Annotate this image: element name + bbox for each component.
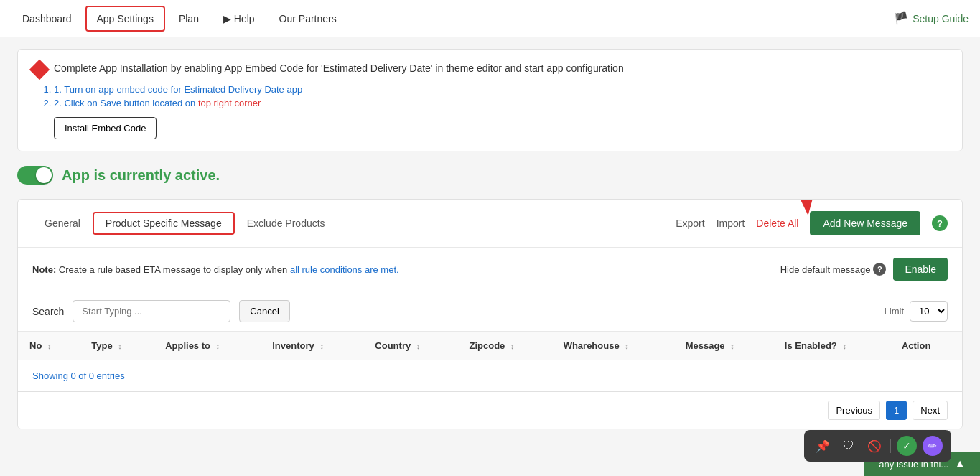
add-new-message-button[interactable]: Add New Message bbox=[810, 211, 920, 235]
tab-section: General Product Specific Message Exclude… bbox=[17, 199, 963, 429]
col-zipcode-sort[interactable]: ↕ bbox=[510, 342, 515, 350]
limit-label: Limit bbox=[885, 306, 904, 317]
col-is-enabled[interactable]: Is Enabled? ↕ bbox=[773, 332, 890, 360]
popup-check-icon[interactable]: ✓ bbox=[897, 436, 917, 441]
col-inventory-sort[interactable]: ↕ bbox=[319, 342, 324, 350]
hide-default-label: Hide default message bbox=[780, 264, 871, 275]
tab-product-specific-message[interactable]: Product Specific Message bbox=[93, 212, 235, 235]
col-type-label: Type bbox=[91, 340, 112, 351]
col-type-sort[interactable]: ↕ bbox=[118, 342, 122, 350]
col-applies-to[interactable]: Applies to ↕ bbox=[154, 332, 261, 360]
alert-step-1[interactable]: 1. Turn on app embed code for Estimated … bbox=[54, 84, 948, 95]
pin-icon[interactable]: 📌 bbox=[813, 436, 833, 441]
app-active-toggle[interactable] bbox=[17, 166, 53, 185]
alert-box: Complete App Installation by enabling Ap… bbox=[17, 49, 963, 151]
col-warehouse[interactable]: Wharehouse ↕ bbox=[552, 332, 674, 360]
nav-dashboard[interactable]: Dashboard bbox=[11, 6, 83, 31]
search-left: Search Cancel bbox=[32, 300, 290, 322]
nav-our-partners[interactable]: Our Partners bbox=[269, 6, 347, 31]
col-applies-to-sort[interactable]: ↕ bbox=[216, 342, 220, 350]
col-type[interactable]: Type ↕ bbox=[80, 332, 154, 360]
search-right: Limit 10 25 50 bbox=[885, 301, 948, 322]
setup-guide-label: Setup Guide bbox=[913, 13, 969, 24]
table-header-row: No ↕ Type ↕ Applies to ↕ Inventory bbox=[18, 332, 962, 360]
hide-default-message: Hide default message ? bbox=[780, 263, 887, 276]
tab-actions: Export Import Delete All Add New Message… bbox=[676, 211, 948, 235]
tab-general[interactable]: General bbox=[32, 213, 93, 234]
bottom-popup: 📌 🛡 🚫 ✓ ✏ bbox=[804, 430, 951, 441]
search-section: Search Cancel Limit 10 25 50 bbox=[18, 291, 962, 332]
col-is-enabled-sort[interactable]: ↕ bbox=[842, 342, 846, 350]
col-applies-to-label: Applies to bbox=[165, 340, 210, 351]
previous-page-button[interactable]: Previous bbox=[828, 401, 880, 420]
setup-guide-link[interactable]: 🏴 Setup Guide bbox=[894, 11, 969, 25]
col-action: Action bbox=[890, 332, 962, 360]
next-page-button[interactable]: Next bbox=[913, 401, 948, 420]
popup-edit-icon[interactable]: ✏ bbox=[923, 436, 943, 441]
warning-icon bbox=[29, 60, 50, 80]
col-zipcode[interactable]: Zipcode ↕ bbox=[457, 332, 551, 360]
search-label: Search bbox=[32, 306, 64, 317]
col-message-label: Message bbox=[686, 340, 725, 351]
showing-entries-text: Showing 0 of 0 entries bbox=[18, 360, 962, 391]
alert-header: Complete App Installation by enabling Ap… bbox=[32, 61, 948, 77]
col-country-sort[interactable]: ↕ bbox=[416, 342, 421, 350]
hide-default-help-icon[interactable]: ? bbox=[873, 263, 886, 276]
col-no[interactable]: No ↕ bbox=[18, 332, 80, 360]
col-message-sort[interactable]: ↕ bbox=[730, 342, 734, 350]
col-country[interactable]: Country ↕ bbox=[363, 332, 457, 360]
col-country-label: Country bbox=[375, 340, 411, 351]
help-circle-icon[interactable]: ? bbox=[932, 215, 948, 231]
note-right: Hide default message ? Enable bbox=[780, 258, 948, 281]
alert-message: Complete App Installation by enabling Ap… bbox=[54, 61, 624, 76]
delete-all-link[interactable]: Delete All bbox=[756, 218, 798, 229]
cancel-search-button[interactable]: Cancel bbox=[239, 300, 289, 322]
enable-button[interactable]: Enable bbox=[893, 258, 948, 281]
tab-exclude-products[interactable]: Exclude Products bbox=[235, 213, 337, 234]
step1-text: 1. Turn on app embed code for Estimated … bbox=[54, 84, 302, 95]
col-zipcode-label: Zipcode bbox=[469, 340, 505, 351]
col-no-sort[interactable]: ↕ bbox=[47, 342, 52, 350]
col-inventory-label: Inventory bbox=[272, 340, 314, 351]
nav-plan[interactable]: Plan bbox=[168, 6, 210, 31]
shield-icon[interactable]: 🛡 bbox=[839, 436, 859, 441]
eye-off-icon[interactable]: 🚫 bbox=[864, 436, 885, 441]
table-container: No ↕ Type ↕ Applies to ↕ Inventory bbox=[18, 332, 962, 391]
top-navigation: Dashboard App Settings Plan ▶ Help Our P… bbox=[0, 0, 980, 37]
note-text: Note: Create a rule based ETA message to… bbox=[32, 264, 399, 275]
col-warehouse-label: Wharehouse bbox=[564, 340, 620, 351]
import-link[interactable]: Import bbox=[717, 218, 745, 229]
step2-text: 2. Click on Save button located on top r… bbox=[54, 98, 261, 108]
note-highlight[interactable]: all rule conditions are met. bbox=[290, 264, 399, 275]
app-active-section: App is currently active. bbox=[17, 166, 963, 185]
alert-steps: 1. Turn on app embed code for Estimated … bbox=[54, 84, 948, 108]
note-body: Create a rule based ETA message to displ… bbox=[59, 264, 290, 275]
col-action-label: Action bbox=[902, 340, 930, 351]
col-inventory[interactable]: Inventory ↕ bbox=[261, 332, 363, 360]
tab-header: General Product Specific Message Exclude… bbox=[18, 200, 962, 248]
popup-divider bbox=[890, 439, 891, 441]
current-page-button[interactable]: 1 bbox=[886, 401, 907, 420]
nav-app-settings[interactable]: App Settings bbox=[85, 6, 165, 32]
install-embed-button[interactable]: Install Embed Code bbox=[54, 117, 157, 139]
main-content: Complete App Installation by enabling Ap… bbox=[0, 37, 980, 441]
limit-select[interactable]: 10 25 50 bbox=[910, 301, 948, 322]
col-no-label: No bbox=[29, 340, 42, 351]
flag-icon: 🏴 bbox=[894, 11, 908, 25]
note-prefix: Note: bbox=[32, 264, 56, 275]
export-link[interactable]: Export bbox=[676, 218, 704, 229]
col-is-enabled-label: Is Enabled? bbox=[785, 340, 837, 351]
search-input[interactable] bbox=[73, 300, 230, 322]
col-warehouse-sort[interactable]: ↕ bbox=[625, 342, 629, 350]
messages-table: No ↕ Type ↕ Applies to ↕ Inventory bbox=[18, 332, 962, 360]
col-message[interactable]: Message ↕ bbox=[674, 332, 773, 360]
pagination-section: Previous 1 Next bbox=[18, 391, 962, 429]
note-section: Note: Create a rule based ETA message to… bbox=[18, 248, 962, 291]
alert-step-2[interactable]: 2. Click on Save button located on top r… bbox=[54, 98, 948, 108]
app-active-text: App is currently active. bbox=[62, 167, 220, 184]
nav-help[interactable]: ▶ Help bbox=[213, 6, 266, 31]
